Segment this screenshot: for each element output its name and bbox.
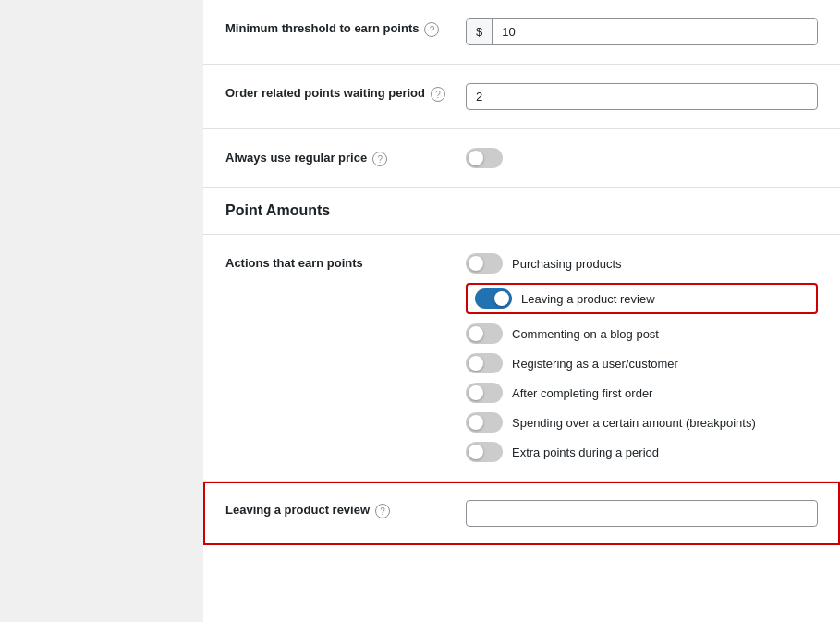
slider-blog [466,323,503,344]
slider-spending [466,412,503,433]
min-threshold-control: $ [466,18,818,45]
leaving-review-label-group: Leaving a product review ? [225,500,466,518]
waiting-period-label: Order related points waiting period [225,85,425,102]
toggle-register[interactable] [466,353,503,373]
leaving-review-help-icon[interactable]: ? [375,504,390,518]
toggle-review[interactable] [475,288,512,309]
slider-extra [466,442,503,462]
point-amounts-section: Point Amounts [203,188,840,235]
regular-price-toggle[interactable] [466,148,503,168]
action-item-extra: Extra points during a period [466,442,818,462]
min-threshold-row: Minimum threshold to earn points ? $ [203,0,840,65]
min-threshold-help-icon[interactable]: ? [424,22,439,37]
label-blog: Commenting on a blog post [512,327,659,341]
slider-review [475,288,512,309]
actions-label-group: Actions that earn points [225,253,466,272]
label-register: Registering as a user/customer [512,357,678,371]
regular-price-help-icon[interactable]: ? [372,152,387,166]
slider-register [466,353,503,373]
regular-price-control [466,148,818,168]
actions-control: Purchasing products Leaving a product re… [466,253,818,462]
action-item-blog: Commenting on a blog post [466,323,818,344]
label-purchasing: Purchasing products [512,257,622,271]
actions-row: Actions that earn points Purchasing prod… [203,235,840,482]
sidebar [0,0,203,622]
actions-list: Purchasing products Leaving a product re… [466,253,818,462]
waiting-period-control [466,83,818,110]
min-threshold-input[interactable] [493,19,817,44]
slider-purchasing [466,253,503,274]
regular-price-slider [466,148,503,168]
action-item-review-highlighted: Leaving a product review [466,283,818,314]
point-amounts-title: Point Amounts [225,202,818,219]
min-threshold-label: Minimum threshold to earn points [225,20,419,37]
toggle-first-order[interactable] [466,383,503,403]
waiting-period-help-icon[interactable]: ? [431,87,445,102]
label-review: Leaving a product review [521,292,655,306]
slider-first-order [466,383,503,403]
min-threshold-input-wrapper: $ [466,18,818,45]
regular-price-row: Always use regular price ? [203,129,840,188]
toggle-extra[interactable] [466,442,503,462]
waiting-period-label-group: Order related points waiting period ? [225,83,466,102]
main-content: Minimum threshold to earn points ? $ Ord… [203,0,840,622]
toggle-blog[interactable] [466,323,503,344]
action-item-purchasing: Purchasing products [466,253,818,274]
action-item-register: Registering as a user/customer [466,353,818,373]
regular-price-label: Always use regular price [225,150,367,166]
label-first-order: After completing first order [512,386,652,400]
actions-label: Actions that earn points [225,255,363,272]
toggle-purchasing[interactable] [466,253,503,274]
leaving-review-row: Leaving a product review ? [203,482,840,545]
waiting-period-input[interactable] [466,83,818,110]
toggle-spending[interactable] [466,412,503,433]
currency-prefix: $ [467,19,493,44]
action-item-spending: Spending over a certain amount (breakpoi… [466,412,818,433]
regular-price-label-group: Always use regular price ? [225,148,466,166]
min-threshold-label-group: Minimum threshold to earn points ? [225,18,466,37]
leaving-review-control [466,500,818,527]
waiting-period-row: Order related points waiting period ? [203,65,840,129]
label-spending: Spending over a certain amount (breakpoi… [512,416,756,430]
leaving-review-input[interactable] [466,500,818,527]
action-item-first-order: After completing first order [466,383,818,403]
label-extra: Extra points during a period [512,445,659,459]
leaving-review-label: Leaving a product review [225,502,370,518]
